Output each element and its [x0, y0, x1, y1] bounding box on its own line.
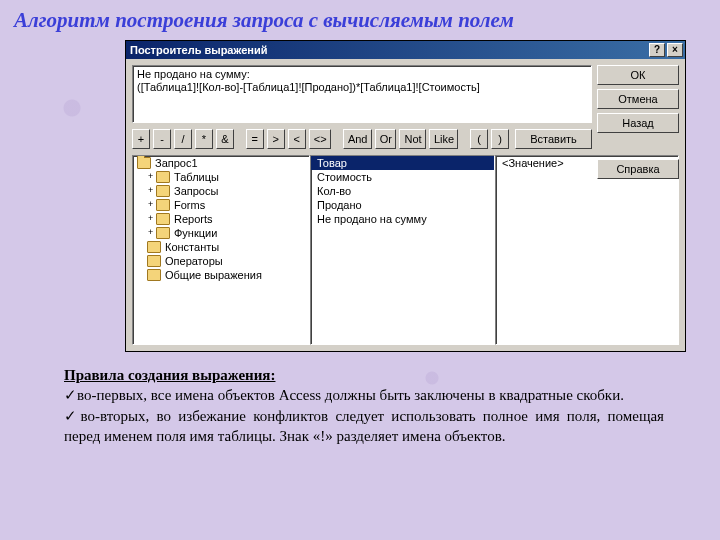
expression-builder-dialog: Построитель выражений ? × Не продано на …	[125, 40, 686, 352]
op-rparen[interactable]: )	[491, 129, 509, 149]
tree-item-label: Общие выражения	[165, 269, 262, 281]
op-div[interactable]: /	[174, 129, 192, 149]
dialog-title: Построитель выражений	[130, 44, 267, 56]
tree-item-label: Запросы	[174, 185, 218, 197]
op-amp[interactable]: &	[216, 129, 234, 149]
titlebar: Построитель выражений ? ×	[126, 41, 685, 59]
op-ne[interactable]: <>	[309, 129, 331, 149]
op-minus[interactable]: -	[153, 129, 171, 149]
value-list[interactable]: <Значение>	[495, 155, 679, 345]
tree-item[interactable]: Запрос1	[133, 156, 309, 170]
tree-item[interactable]: Forms	[133, 198, 309, 212]
rule-1: во-первых, все имена объектов Access дол…	[77, 387, 624, 403]
tree-item[interactable]: Функции	[133, 226, 309, 240]
check-icon: ✓	[64, 386, 77, 403]
folder-icon	[147, 241, 161, 253]
op-mul[interactable]: *	[195, 129, 213, 149]
close-icon[interactable]: ×	[667, 43, 683, 57]
folder-icon	[156, 213, 170, 225]
rule-2: во-вторых, во избежание конфликтов следу…	[64, 408, 664, 444]
object-tree[interactable]: Запрос1ТаблицыЗапросыFormsReportsФункции…	[132, 155, 310, 345]
op-plus[interactable]: +	[132, 129, 150, 149]
op-eq[interactable]: =	[246, 129, 264, 149]
tree-item-label: Forms	[174, 199, 205, 211]
folder-icon	[156, 171, 170, 183]
folder-icon	[147, 269, 161, 281]
folder-icon	[147, 255, 161, 267]
tree-item-label: Операторы	[165, 255, 223, 267]
tree-item-label: Запрос1	[155, 157, 198, 169]
tree-item-label: Reports	[174, 213, 213, 225]
tree-item[interactable]: Общие выражения	[133, 268, 309, 282]
help-icon[interactable]: ?	[649, 43, 665, 57]
back-button[interactable]: Назад	[597, 113, 679, 133]
tree-item[interactable]: Операторы	[133, 254, 309, 268]
folder-icon	[156, 227, 170, 239]
field-list[interactable]: ТоварСтоимостьКол-воПроданоНе продано на…	[310, 155, 495, 345]
tree-item-label: Константы	[165, 241, 219, 253]
rules-heading: Правила создания выражения:	[64, 367, 275, 383]
insert-button[interactable]: Вставить	[515, 129, 592, 149]
field-item[interactable]: Не продано на сумму	[311, 212, 494, 226]
field-item[interactable]: Товар	[311, 156, 494, 170]
tree-item[interactable]: Таблицы	[133, 170, 309, 184]
tree-item-label: Функции	[174, 227, 217, 239]
expression-textarea[interactable]: Не продано на сумму: ([Таблица1]![Кол-во…	[132, 65, 592, 123]
check-icon: ✓	[64, 407, 80, 424]
tree-item-label: Таблицы	[174, 171, 219, 183]
tree-item[interactable]: Reports	[133, 212, 309, 226]
folder-icon	[156, 199, 170, 211]
ok-button[interactable]: ОК	[597, 65, 679, 85]
op-and[interactable]: And	[343, 129, 372, 149]
op-gt[interactable]: >	[267, 129, 285, 149]
rules-text: Правила создания выражения: ✓во-первых, …	[64, 365, 664, 446]
op-or[interactable]: Or	[375, 129, 397, 149]
field-item[interactable]: Стоимость	[311, 170, 494, 184]
field-item[interactable]: Продано	[311, 198, 494, 212]
help-button[interactable]: Справка	[597, 159, 679, 179]
cancel-button[interactable]: Отмена	[597, 89, 679, 109]
op-not[interactable]: Not	[399, 129, 425, 149]
operator-toolbar: + - / * & = > < <> And Or Not Like ( ) В…	[132, 129, 592, 149]
folder-icon	[137, 157, 151, 169]
field-item[interactable]: Кол-во	[311, 184, 494, 198]
op-lt[interactable]: <	[288, 129, 306, 149]
tree-item[interactable]: Запросы	[133, 184, 309, 198]
tree-item[interactable]: Константы	[133, 240, 309, 254]
op-like[interactable]: Like	[429, 129, 458, 149]
folder-icon	[156, 185, 170, 197]
op-lparen[interactable]: (	[470, 129, 488, 149]
page-title: Алгоритм построения запроса с вычисляемы…	[0, 0, 720, 39]
